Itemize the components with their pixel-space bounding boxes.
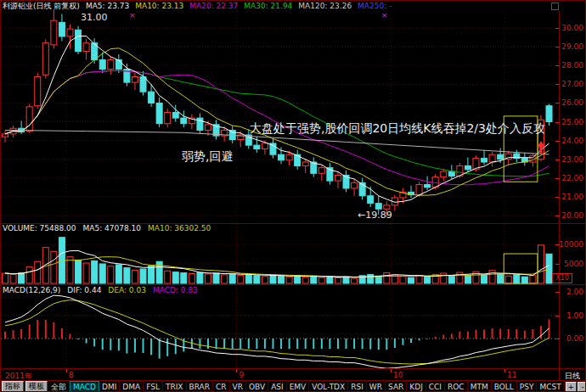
indicator-tab-rsi[interactable]: RSI <box>348 381 367 392</box>
svg-text:×: × <box>129 11 136 20</box>
indicator-tab-trix[interactable]: TRIX <box>163 381 187 392</box>
indicator-tab-mtm[interactable]: MTM <box>468 381 492 392</box>
candles-layer <box>3 9 553 218</box>
volume-ma5-readout: MA5: 47078.10 <box>83 224 141 232</box>
volume-multiplier-badge: X10 <box>552 273 572 283</box>
indicator-tab-emv[interactable]: EMV <box>287 381 310 392</box>
ma-readout: MA30: 21.94 <box>244 2 292 10</box>
axis-tick <box>555 122 560 123</box>
volume-header: VOLUME: 75488.00MA5: 47078.10MA10: 36302… <box>3 224 217 232</box>
axis-tick <box>555 141 560 142</box>
axis-tick <box>555 339 560 339</box>
macd-params: MACD(12,26,9) <box>3 286 60 294</box>
indicator-tab-指标[interactable]: 指标 <box>2 381 24 392</box>
axis-tick <box>555 264 560 265</box>
axis-tick <box>555 65 560 66</box>
axis-tick <box>555 84 560 85</box>
month-tick <box>236 369 237 372</box>
volume-bars-layer <box>3 238 553 283</box>
month-label: 10 <box>393 371 403 379</box>
indicator-tab-brar[interactable]: BRAR <box>187 381 213 392</box>
macd-header: MACD(12,26,9)DIF: 0.44DEA: 0.03MACD: 0.8… <box>3 286 205 294</box>
high-price-label: 31.00 <box>81 13 108 22</box>
ma-readout: MA120: 23.26 <box>298 2 352 10</box>
ma-readouts: MA5: 23.73MA10: 23.13MA20: 22.37MA30: 21… <box>86 1 397 11</box>
dea-readout: DEA: 0.03 <box>108 286 146 294</box>
month-label: 11 <box>507 371 516 379</box>
axis-tick <box>555 47 560 48</box>
axis-tick <box>555 160 560 160</box>
indicator-tab-模板[interactable]: 模板 <box>25 381 48 392</box>
pane-separator <box>1 284 586 285</box>
weak-market-note: 弱势,回避 <box>182 150 233 163</box>
indicator-tab-dmi[interactable]: DMI <box>99 381 120 392</box>
stock-chart-window: 利源铝业(日线 前复权) MA5: 23.73MA10: 23.13MA20: … <box>0 0 586 392</box>
month-label: 9 <box>239 371 244 379</box>
svg-text:×: × <box>381 11 388 20</box>
indicator-tab-全部[interactable]: 全部 <box>48 381 70 392</box>
axis-tick <box>555 178 560 179</box>
axis-tick <box>555 103 560 104</box>
main-chart-pane[interactable]: ×× <box>1 11 559 223</box>
axis-tick <box>555 197 560 198</box>
macd-readout: MACD: 0.83 <box>153 286 198 294</box>
indicator-tab-fsl[interactable]: FSL <box>144 381 163 392</box>
corner-marker-button[interactable] <box>551 3 559 10</box>
symbol-title: 利源铝业(日线 前复权) <box>3 1 80 11</box>
month-tick <box>391 369 392 372</box>
strong-market-note: 大盘处于强势,股价回调20日均线K线吞掉2/3处介入反攻 <box>250 122 545 135</box>
indicator-tab-asi[interactable]: ASI <box>268 381 287 392</box>
indicator-toolbar: 指标模板全部MACDDMIDMAFSLTRIXBRARCRVROBVASIEMV… <box>1 381 586 392</box>
indicator-tab-dma[interactable]: DMA <box>120 381 144 392</box>
indicator-tab-cci[interactable]: CCI <box>426 381 445 392</box>
zoom-controls: +-0 <box>565 381 586 392</box>
volume-readout: VOLUME: 75488.00 <box>3 224 76 232</box>
indicator-tab-roc[interactable]: ROC <box>445 381 468 392</box>
indicator-tab-obv[interactable]: OBV <box>246 381 268 392</box>
month-tick <box>66 369 67 372</box>
date-axis: 2011年 891011 日线 <box>1 369 586 380</box>
dif-readout: DIF: 0.44 <box>67 286 101 294</box>
indicator-tab-boll[interactable]: BOLL <box>492 381 517 392</box>
indicator-tab-cr[interactable]: CR <box>213 381 230 392</box>
axis-tick <box>555 292 560 293</box>
axis-tick <box>555 216 560 216</box>
volume-pane[interactable] <box>1 224 559 284</box>
indicator-tab-macd[interactable]: MACD <box>70 381 99 392</box>
macd-pane[interactable] <box>1 285 559 368</box>
month-tick <box>504 369 505 372</box>
zoom-control-minus[interactable]: - <box>578 382 586 392</box>
indicator-tab-wr[interactable]: WR <box>367 381 386 392</box>
ma-readout: MA250: - <box>358 2 392 10</box>
axis-tick <box>555 28 560 29</box>
chart-header: 利源铝业(日线 前复权) MA5: 23.73MA10: 23.13MA20: … <box>1 1 560 11</box>
indicator-tabs: 指标模板全部MACDDMIDMAFSLTRIXBRARCRVROBVASIEMV… <box>1 381 565 392</box>
ma-readout: MA10: 23.13 <box>135 2 183 10</box>
ma-readout: MA5: 23.73 <box>86 2 129 10</box>
indicator-tab-kdj[interactable]: KDJ <box>407 381 426 392</box>
ma-readout: MA20: 22.37 <box>189 2 238 10</box>
low-price-label: ←19.89 <box>358 210 392 220</box>
indicator-tab-vr[interactable]: VR <box>230 381 246 392</box>
indicator-tab-mcst[interactable]: MCST <box>537 381 564 392</box>
indicator-tab-sar[interactable]: SAR <box>386 381 407 392</box>
axis-tick <box>555 316 560 316</box>
axis-tick <box>555 244 560 245</box>
month-label: 8 <box>69 371 74 379</box>
indicator-tab-vol-tdx[interactable]: VOL-TDX <box>309 381 348 392</box>
indicator-tab-psy[interactable]: PSY <box>517 381 538 392</box>
volume-ma10-readout: MA10: 36302.50 <box>148 224 211 232</box>
zoom-control-plus[interactable]: + <box>566 382 577 392</box>
